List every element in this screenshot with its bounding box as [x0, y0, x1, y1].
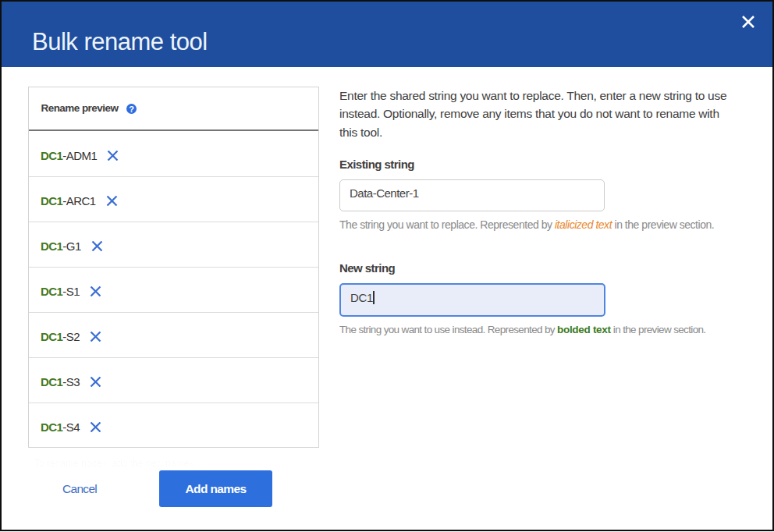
svg-text:?: ? — [129, 105, 134, 114]
